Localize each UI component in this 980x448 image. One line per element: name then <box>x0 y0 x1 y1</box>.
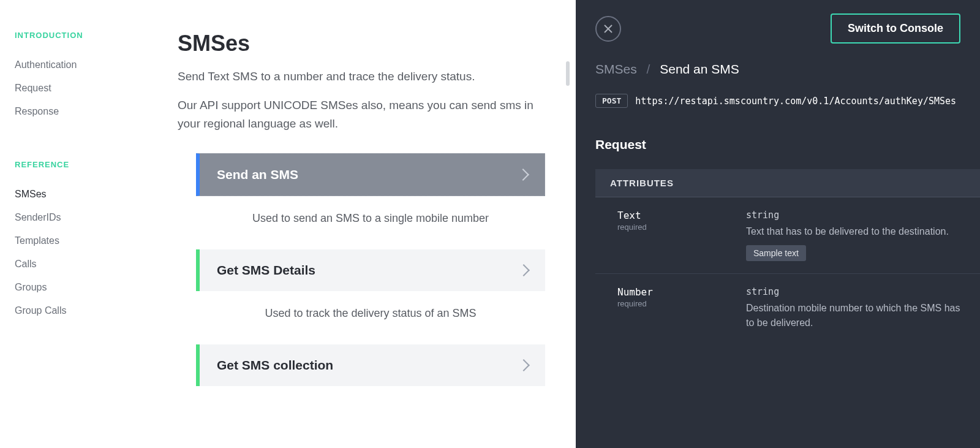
endpoint-desc: Used to send an SMS to a single mobile n… <box>196 196 545 249</box>
sidebar-item-response[interactable]: Response <box>15 100 159 123</box>
sidebar-item-groups[interactable]: Groups <box>15 276 159 299</box>
sidebar-item-group-calls[interactable]: Group Calls <box>15 299 159 322</box>
attribute-row-number: Number required string Destination mobil… <box>595 274 980 349</box>
attributes-box: ATTRIBUTES Text required string Text tha… <box>595 169 980 349</box>
page-intro-2: Our API support UNICODE SMSes also, mean… <box>178 96 545 132</box>
sidebar-section-reference: REFERENCE <box>15 160 159 169</box>
sidebar-list-introduction: Authentication Request Response <box>15 53 159 123</box>
attribute-name: Number <box>617 286 728 298</box>
endpoint-card-send-sms[interactable]: Send an SMS <box>196 153 545 196</box>
page-intro-1: Send Text SMS to a number and trace the … <box>178 67 545 85</box>
sidebar-nav: INTRODUCTION Authentication Request Resp… <box>0 0 159 448</box>
breadcrumb-separator: / <box>647 62 650 76</box>
sidebar-item-calls[interactable]: Calls <box>15 252 159 276</box>
sidebar-item-templates[interactable]: Templates <box>15 229 159 252</box>
chevron-right-icon <box>518 264 530 276</box>
attribute-name: Text <box>617 210 728 221</box>
endpoint-card-get-sms-details[interactable]: Get SMS Details <box>196 249 545 291</box>
breadcrumb-parent[interactable]: SMSes <box>595 62 637 76</box>
chevron-right-icon <box>517 169 529 181</box>
sidebar-item-request[interactable]: Request <box>15 77 159 100</box>
endpoint-list: Send an SMS Used to send an SMS to a sin… <box>178 153 545 386</box>
sidebar-item-smses[interactable]: SMSes <box>15 183 159 206</box>
attribute-required: required <box>617 222 728 232</box>
endpoint-title: Get SMS collection <box>217 358 333 373</box>
chevron-right-icon <box>518 359 530 371</box>
close-button[interactable] <box>595 16 621 42</box>
request-section-title: Request <box>576 137 980 169</box>
endpoint-url: https://restapi.smscountry.com/v0.1/Acco… <box>635 96 956 107</box>
attribute-description: Destination mobile number to which the S… <box>746 301 965 330</box>
panel-header: Switch to Console <box>576 0 980 62</box>
attribute-type: string <box>746 210 965 221</box>
attribute-type: string <box>746 286 965 297</box>
endpoint-card-get-sms-collection[interactable]: Get SMS collection <box>196 344 545 386</box>
main-content: SMSes Send Text SMS to a number and trac… <box>159 0 576 448</box>
endpoint-desc: Used to track the delivery status of an … <box>196 291 545 344</box>
sidebar-item-authentication[interactable]: Authentication <box>15 53 159 77</box>
sidebar-list-reference: SMSes SenderIDs Templates Calls Groups G… <box>15 183 159 322</box>
endpoint-title: Get SMS Details <box>217 263 315 278</box>
attribute-description: Text that has to be delivered to the des… <box>746 224 965 239</box>
sidebar-item-senderids[interactable]: SenderIDs <box>15 206 159 229</box>
http-method-badge: POST <box>595 94 628 108</box>
close-icon <box>603 24 613 34</box>
attributes-header: ATTRIBUTES <box>595 169 980 197</box>
breadcrumb-current: Send an SMS <box>660 62 739 76</box>
breadcrumb: SMSes / Send an SMS <box>576 62 980 94</box>
attribute-required: required <box>617 299 728 308</box>
scrollbar[interactable] <box>566 61 570 86</box>
endpoint-title: Send an SMS <box>217 167 298 182</box>
attribute-sample: Sample text <box>746 245 806 261</box>
sidebar-section-introduction: INTRODUCTION <box>15 31 159 40</box>
page-title: SMSes <box>178 31 545 56</box>
endpoint-line: POST https://restapi.smscountry.com/v0.1… <box>576 94 980 137</box>
detail-panel: Switch to Console SMSes / Send an SMS PO… <box>576 0 980 448</box>
attribute-row-text: Text required string Text that has to be… <box>595 197 980 274</box>
switch-to-console-button[interactable]: Switch to Console <box>831 13 960 44</box>
